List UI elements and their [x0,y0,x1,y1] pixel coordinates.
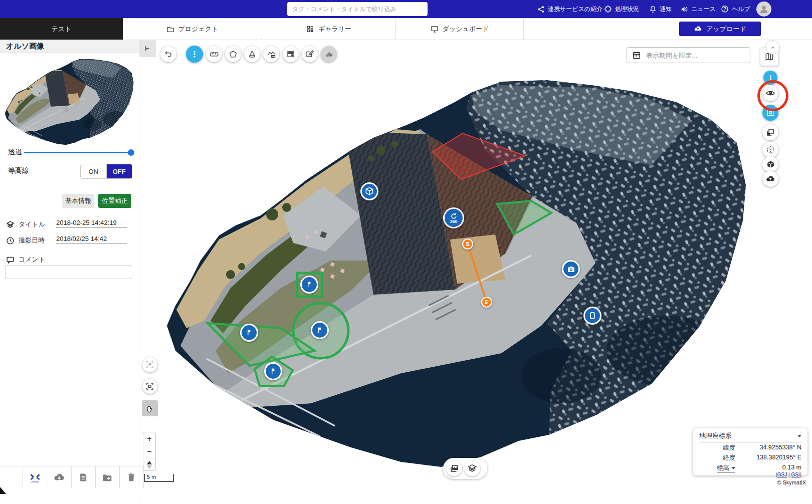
toolbar-spacer [0,466,23,488]
flag-marker[interactable] [300,276,318,294]
opacity-slider[interactable] [24,152,132,153]
cursor-artifact [0,487,6,494]
model-3d-button[interactable] [762,156,778,172]
measure-volume-button[interactable] [244,46,260,62]
position-fix-button[interactable]: 位置補正 [98,194,131,208]
latitude-row: 緯度 34.9255338° N [699,444,801,452]
gsi-link[interactable]: GSI [791,472,799,477]
camera-marker[interactable] [562,260,580,278]
fit-view-button[interactable] [142,379,157,394]
move-crosshair-icon [145,360,154,369]
tilt-button[interactable] [143,458,155,471]
undo-button[interactable] [160,46,176,62]
upload-button[interactable]: アップロード [679,22,761,36]
mobile-photo-marker[interactable] [583,307,601,325]
services-link[interactable]: 連携サービスの紹介 [537,0,602,18]
pointcloud-button[interactable] [762,142,778,158]
calendar-icon [632,51,641,60]
measure-start-marker[interactable]: S [462,238,473,249]
chevron-down-icon[interactable] [797,435,801,437]
panorama-marker[interactable]: 360 [443,207,464,228]
collapse-sidebar-button[interactable] [139,40,156,57]
search-input[interactable] [287,2,428,16]
tab-test[interactable]: テスト [0,18,123,40]
ortho-layer-button[interactable] [762,105,778,121]
undo-icon [164,50,173,59]
ortho-thumbnail[interactable] [5,57,134,146]
latitude-value: 34.9255338° N [742,444,801,452]
map-area[interactable]: S E 360 [139,40,812,504]
person-icon [758,4,769,15]
chevron-down-icon [731,467,735,469]
measure-elevation-button[interactable] [263,46,279,62]
flag-marker[interactable] [240,324,258,342]
brand-logo [23,466,47,488]
stacked-squares-icon [766,128,775,137]
hand-icon [145,404,155,413]
marker-menu-button[interactable] [763,71,777,85]
processing-status-link[interactable]: 処理状況 [604,0,639,18]
cloud-upload-icon [694,25,702,33]
cube-icon [766,160,775,169]
comment-input[interactable] [5,265,132,279]
contour-on-button[interactable]: ON [81,164,107,178]
edit-annotation-button[interactable] [302,46,318,62]
opacity-slider-handle[interactable] [128,149,134,156]
title-field-value[interactable]: 2018-02-25 14:42:19 [56,219,127,228]
zoom-control: + − [143,432,156,471]
measure-area-button[interactable] [225,46,241,62]
collapse-header-button[interactable] [765,40,780,55]
avatar[interactable] [756,2,771,17]
layer-stack-icon [467,463,477,473]
panel-title: オルソ画像 [0,40,139,53]
comment-label: コメント [19,255,45,264]
zoom-out-button[interactable]: − [143,445,155,458]
flag-marker[interactable] [311,321,329,339]
news-link[interactable]: ニュース [681,0,716,18]
photos-button[interactable] [446,460,462,476]
report-button[interactable] [72,466,96,488]
visibility-button[interactable] [762,85,778,101]
tab-gallery[interactable]: ギャラリー [262,18,396,40]
export-button[interactable] [96,466,120,488]
pan-tool-button[interactable] [142,400,158,416]
brand-x-icon [29,471,42,484]
delete-button[interactable] [120,466,144,488]
date-range-input[interactable] [645,51,737,60]
sidebar-panel: オルソ画像 透過 等高線 ON OFF 基本情報 位置補正 タイトル 2018-… [0,40,139,504]
layers-button[interactable] [464,460,480,476]
download-button[interactable] [47,466,71,488]
dots-vertical-icon [190,50,199,59]
zoom-in-button[interactable]: + [143,432,155,445]
gsj-link[interactable]: GSJ [777,472,787,477]
annotation-menu-button[interactable] [186,46,203,63]
model-marker[interactable] [360,182,378,200]
share-icon [537,6,545,13]
document-icon [78,472,88,482]
flag-marker[interactable] [264,362,282,380]
contour-off-button[interactable]: OFF [107,164,132,178]
tab-dashboard[interactable]: ダッシュボード [396,18,524,40]
folder-export-icon [102,472,113,483]
help-link[interactable]: ヘルプ [721,0,750,18]
measure-length-button[interactable] [206,46,222,62]
locate-button[interactable] [142,357,157,372]
pentagon-icon [229,50,238,59]
help-icon [721,5,729,13]
cone-icon [248,50,257,59]
date-range-filter[interactable] [627,47,750,63]
fit-frame-icon [145,382,154,391]
comment-icon [6,256,15,264]
flag-icon [315,326,324,335]
basic-info-button[interactable]: 基本情報 [62,194,94,208]
date-field-value[interactable]: 2018/02/25 14:42 [56,235,127,244]
coordinate-system-select[interactable]: 地理座標系 [699,431,732,440]
tab-projects[interactable]: プロジェクト [123,18,262,40]
camera-icon [566,265,576,274]
elevation-select[interactable]: 標高 [717,464,735,473]
notifications-link[interactable]: 通知 [649,0,672,18]
measure-end-marker[interactable]: E [481,297,492,308]
tile-layer-button[interactable] [762,124,778,140]
upload-data-button[interactable] [762,171,778,187]
layout-blocks-button[interactable] [283,46,299,62]
